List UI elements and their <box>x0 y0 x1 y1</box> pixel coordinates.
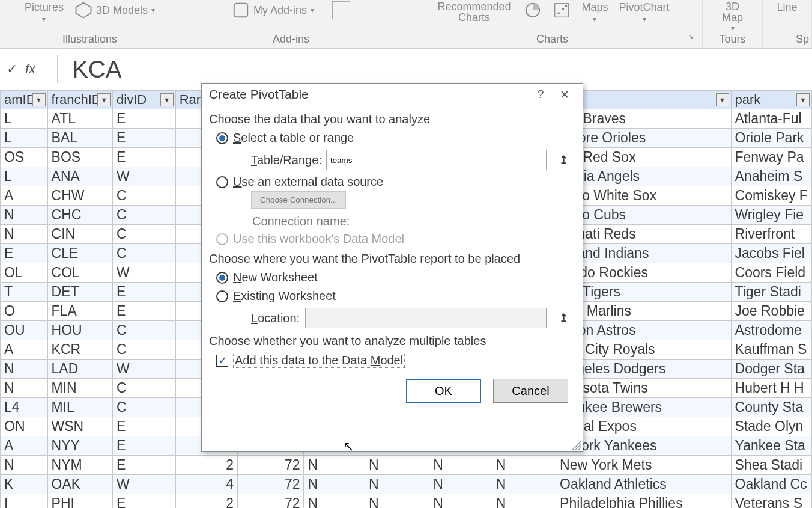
col-header: franchID <box>52 92 102 107</box>
location-label: Location: <box>251 311 299 325</box>
svg-marker-0 <box>76 3 91 18</box>
dialog-titlebar[interactable]: Create PivotTable ? ✕ <box>202 84 583 105</box>
addin-icon[interactable] <box>332 1 350 19</box>
ribbon-group-label: Tours <box>719 33 745 46</box>
filter-arrow-icon[interactable]: ▼ <box>32 93 46 106</box>
formula-value[interactable]: KCA <box>61 56 121 83</box>
location-input <box>305 308 547 328</box>
chevron-down-icon[interactable]: ▾ <box>42 15 46 23</box>
radio-data-model <box>216 233 228 245</box>
radio-new-worksheet[interactable] <box>216 272 228 284</box>
data-model-label: Use this workbook's Data Model <box>233 232 404 246</box>
radio-external-source[interactable] <box>216 176 228 188</box>
external-source-label: Use an external data source <box>233 175 383 189</box>
select-range-label: Select a table or range <box>233 131 354 145</box>
close-icon[interactable]: ✕ <box>553 88 577 102</box>
pictures-label[interactable]: Pictures <box>25 1 64 14</box>
table-range-label: Table/Range: <box>251 153 320 167</box>
collapse-dialog-icon[interactable]: ↥ <box>553 150 574 170</box>
ribbon-group-label: Illustrations <box>62 33 117 46</box>
filter-arrow-icon[interactable]: ▼ <box>160 93 174 106</box>
radio-select-range[interactable] <box>216 132 228 144</box>
add-data-model-label: Add this data to the Data Model <box>233 353 405 368</box>
3d-models-label[interactable]: 3D Models <box>96 4 148 17</box>
svg-rect-1 <box>234 4 248 17</box>
section-analyze-label: Choose the data that you want to analyze <box>209 109 574 129</box>
radio-existing-worksheet[interactable] <box>216 290 228 302</box>
3d-models-icon <box>74 1 92 19</box>
existing-worksheet-label: Existing Worksheet <box>233 289 336 303</box>
checkbox-add-data-model[interactable] <box>216 355 228 367</box>
3d-map-label[interactable]: 3D Map <box>715 1 751 23</box>
maps-label[interactable]: Maps <box>581 1 608 14</box>
section-place-label: Choose where you want the PivotTable rep… <box>209 248 574 268</box>
table-range-input[interactable] <box>326 150 547 170</box>
cancel-button[interactable]: Cancel <box>493 379 568 403</box>
col-header: park <box>735 92 761 107</box>
filter-arrow-icon[interactable]: ▼ <box>716 93 729 106</box>
filter-arrow-icon[interactable]: ▼ <box>796 93 810 106</box>
table-row[interactable]: IPHIE272NNNNPhiladelphia PhilliesVeteran… <box>1 494 812 509</box>
ribbon-group-label: Charts <box>536 33 568 46</box>
filter-arrow-icon[interactable]: ▼ <box>97 93 111 106</box>
ribbon-group-label: Add-ins <box>273 33 309 46</box>
dialog-title: Create PivotTable <box>209 87 309 102</box>
dialog-launcher-icon[interactable] <box>690 36 698 44</box>
col-header: Ran <box>180 92 204 107</box>
scatter-chart-icon[interactable] <box>553 1 571 19</box>
choose-connection-button: Choose Connection... <box>251 191 346 209</box>
table-row[interactable]: KOAKW472NNNNOakland AthleticsOakland Cc <box>1 475 812 494</box>
ribbon: Pictures ▾ 3D Models ▾ Illustrations My … <box>0 0 812 49</box>
ok-button[interactable]: OK <box>406 379 481 403</box>
svg-point-4 <box>558 12 560 14</box>
svg-point-5 <box>562 8 565 10</box>
col-header: amID <box>4 92 36 107</box>
line-label[interactable]: Line <box>777 1 797 14</box>
connection-name-label: Connection name: <box>209 209 574 230</box>
table-row[interactable]: NNYME272NNNNNew York MetsShea Stadi <box>1 456 812 475</box>
my-addins-label[interactable]: My Add-ins <box>253 4 307 17</box>
svg-point-6 <box>565 5 568 7</box>
section-multi-label: Choose whether you want to analyze multi… <box>209 331 574 350</box>
resize-grip-icon[interactable] <box>572 441 581 450</box>
col-header: divID <box>117 92 147 107</box>
new-worksheet-label: New Worksheet <box>233 271 318 284</box>
collapse-dialog-icon[interactable]: ↥ <box>553 308 574 328</box>
create-pivottable-dialog: Create PivotTable ? ✕ Choose the data th… <box>201 83 583 452</box>
pie-chart-icon[interactable] <box>524 1 542 19</box>
addins-icon <box>232 1 250 19</box>
help-icon[interactable]: ? <box>529 88 553 101</box>
ribbon-group-label: Sp <box>796 33 809 46</box>
chevron-down-icon[interactable]: ▾ <box>311 6 314 14</box>
chevron-down-icon[interactable]: ▾ <box>151 6 155 14</box>
enter-icon[interactable]: ✓ <box>5 62 19 76</box>
pivotchart-label[interactable]: PivotChart <box>619 1 669 14</box>
fx-icon[interactable]: fx <box>25 61 35 77</box>
recommended-charts-label[interactable]: Recommended Charts <box>435 1 513 23</box>
